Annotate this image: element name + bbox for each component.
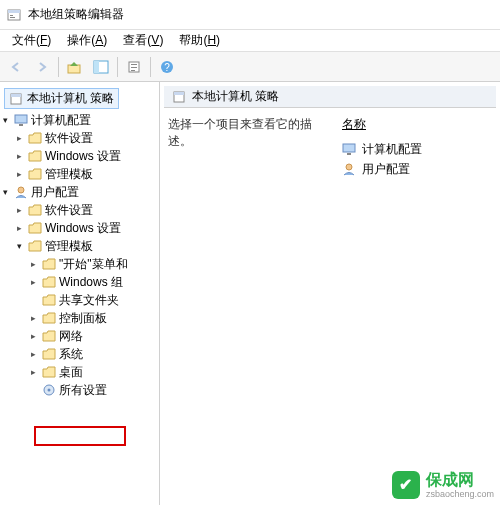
caret-icon[interactable] bbox=[14, 151, 25, 162]
app-icon bbox=[6, 7, 22, 23]
tree-node-control-panel[interactable]: 控制面板 bbox=[28, 309, 159, 327]
folder-icon bbox=[28, 204, 42, 216]
show-hide-tree-button[interactable] bbox=[89, 55, 113, 79]
computer-icon bbox=[342, 142, 356, 156]
folder-icon bbox=[42, 258, 56, 270]
properties-button[interactable] bbox=[122, 55, 146, 79]
detail-header: 本地计算机 策略 bbox=[164, 86, 496, 108]
watermark-badge-icon: ✔ bbox=[392, 471, 420, 499]
toolbar-separator bbox=[117, 57, 118, 77]
svg-rect-1 bbox=[8, 10, 20, 13]
detail-description: 选择一个项目来查看它的描述。 bbox=[168, 116, 342, 505]
list-item-computer-config[interactable]: 计算机配置 bbox=[342, 139, 492, 159]
user-icon bbox=[342, 162, 356, 176]
svg-rect-10 bbox=[131, 70, 135, 71]
folder-icon bbox=[42, 366, 56, 378]
caret-icon[interactable] bbox=[14, 169, 25, 180]
policy-icon bbox=[172, 90, 186, 104]
caret-icon[interactable] bbox=[28, 259, 39, 270]
caret-icon[interactable] bbox=[0, 187, 11, 198]
caret-icon[interactable] bbox=[0, 115, 11, 126]
tree-node-network[interactable]: 网络 bbox=[28, 327, 159, 345]
folder-icon bbox=[28, 150, 42, 162]
tree-node-uc-software[interactable]: 软件设置 bbox=[14, 201, 159, 219]
up-button[interactable] bbox=[63, 55, 87, 79]
help-button[interactable]: ? bbox=[155, 55, 179, 79]
svg-point-19 bbox=[48, 389, 51, 392]
menu-help[interactable]: 帮助(H) bbox=[171, 30, 228, 51]
caret-icon[interactable] bbox=[14, 133, 25, 144]
detail-list: 名称 计算机配置 用户配置 bbox=[342, 116, 492, 505]
folder-icon bbox=[28, 168, 42, 180]
svg-rect-15 bbox=[15, 115, 27, 123]
caret-icon[interactable] bbox=[28, 331, 39, 342]
folder-icon bbox=[42, 312, 56, 324]
caret-icon[interactable] bbox=[28, 349, 39, 360]
folder-icon bbox=[42, 294, 56, 306]
tree-node-shared-folders[interactable]: 共享文件夹 bbox=[28, 291, 159, 309]
watermark-url: zsbaocheng.com bbox=[426, 489, 494, 499]
menu-view[interactable]: 查看(V) bbox=[115, 30, 171, 51]
policy-icon bbox=[9, 92, 23, 106]
tree-node-cc-software[interactable]: 软件设置 bbox=[14, 129, 159, 147]
tree-node-computer-config[interactable]: 计算机配置 bbox=[0, 111, 159, 129]
tree-root[interactable]: 本地计算机 策略 bbox=[4, 88, 119, 109]
menu-action[interactable]: 操作(A) bbox=[59, 30, 115, 51]
caret-icon[interactable] bbox=[28, 313, 39, 324]
svg-rect-21 bbox=[174, 92, 184, 95]
svg-text:?: ? bbox=[164, 62, 170, 73]
watermark-name: 保成网 bbox=[426, 470, 494, 491]
detail-pane: 本地计算机 策略 选择一个项目来查看它的描述。 名称 计算机配置 用户配置 扩展… bbox=[160, 82, 500, 505]
svg-rect-2 bbox=[10, 15, 13, 16]
menubar: 文件(F) 操作(A) 查看(V) 帮助(H) bbox=[0, 30, 500, 52]
svg-rect-3 bbox=[10, 17, 15, 18]
svg-rect-22 bbox=[343, 144, 355, 152]
watermark: ✔ 保成网 zsbaocheng.com bbox=[392, 470, 494, 499]
folder-icon bbox=[28, 240, 42, 252]
detail-title: 本地计算机 策略 bbox=[192, 88, 279, 105]
folder-icon bbox=[42, 276, 56, 288]
svg-rect-16 bbox=[19, 124, 23, 126]
tree: 计算机配置 软件设置 Windows 设置 管理模板 用户配置 软件设置 Win… bbox=[0, 111, 159, 399]
settings-icon bbox=[42, 383, 56, 397]
back-button bbox=[4, 55, 28, 79]
tree-node-cc-templates[interactable]: 管理模板 bbox=[14, 165, 159, 183]
tree-node-start-menu[interactable]: "开始"菜单和 bbox=[28, 255, 159, 273]
tree-pane: 本地计算机 策略 计算机配置 软件设置 Windows 设置 管理模板 bbox=[0, 82, 160, 505]
tree-node-user-config[interactable]: 用户配置 bbox=[0, 183, 159, 201]
svg-rect-9 bbox=[131, 67, 137, 68]
tree-node-all-settings[interactable]: 所有设置 bbox=[28, 381, 159, 399]
folder-icon bbox=[42, 330, 56, 342]
toolbar: ? bbox=[0, 52, 500, 82]
detail-body: 选择一个项目来查看它的描述。 名称 计算机配置 用户配置 bbox=[160, 108, 500, 505]
svg-rect-6 bbox=[94, 61, 99, 73]
caret-icon[interactable] bbox=[14, 241, 25, 252]
tree-node-uc-windows[interactable]: Windows 设置 bbox=[14, 219, 159, 237]
svg-rect-14 bbox=[11, 94, 21, 97]
highlight-annotation bbox=[34, 426, 126, 446]
svg-point-24 bbox=[346, 164, 352, 170]
svg-rect-8 bbox=[131, 64, 137, 65]
caret-icon[interactable] bbox=[28, 277, 39, 288]
folder-icon bbox=[42, 348, 56, 360]
menu-file[interactable]: 文件(F) bbox=[4, 30, 59, 51]
toolbar-separator bbox=[150, 57, 151, 77]
caret-icon[interactable] bbox=[28, 367, 39, 378]
tree-root-label: 本地计算机 策略 bbox=[27, 90, 114, 107]
tree-node-windows-components[interactable]: Windows 组 bbox=[28, 273, 159, 291]
tree-node-system[interactable]: 系统 bbox=[28, 345, 159, 363]
content-area: 本地计算机 策略 计算机配置 软件设置 Windows 设置 管理模板 bbox=[0, 82, 500, 505]
list-item-user-config[interactable]: 用户配置 bbox=[342, 159, 492, 179]
computer-icon bbox=[14, 113, 28, 127]
svg-rect-4 bbox=[68, 65, 80, 73]
forward-button bbox=[30, 55, 54, 79]
titlebar: 本地组策略编辑器 bbox=[0, 0, 500, 30]
tree-node-uc-templates[interactable]: 管理模板 bbox=[14, 237, 159, 255]
folder-icon bbox=[28, 132, 42, 144]
column-header-name[interactable]: 名称 bbox=[342, 116, 492, 133]
tree-node-cc-windows[interactable]: Windows 设置 bbox=[14, 147, 159, 165]
toolbar-separator bbox=[58, 57, 59, 77]
tree-node-desktop[interactable]: 桌面 bbox=[28, 363, 159, 381]
caret-icon[interactable] bbox=[14, 205, 25, 216]
caret-icon[interactable] bbox=[14, 223, 25, 234]
